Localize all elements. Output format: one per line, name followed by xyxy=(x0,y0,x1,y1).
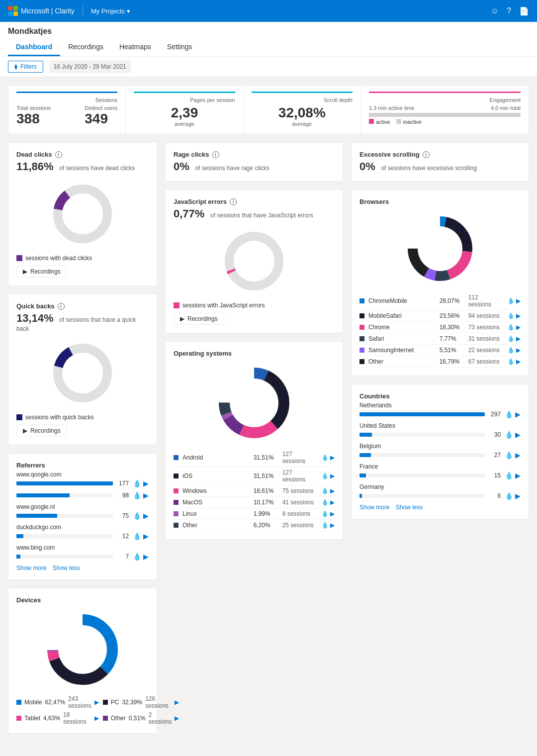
os-list: Android 31,51% 127 sessions 💧 ▶ iOS 31,5… xyxy=(174,449,335,531)
country-bar-row: 27 💧 ▶ xyxy=(359,451,521,459)
referrer-icons[interactable]: 💧 ▶ xyxy=(133,512,149,520)
tab-dashboard[interactable]: Dashboard xyxy=(8,39,60,56)
browser-icons[interactable]: 💧 ▶ xyxy=(507,324,521,331)
rage-clicks-card: Rage clicks i 0% of sessions have rage c… xyxy=(165,142,343,182)
active-time-label: 1,3 min active time xyxy=(369,105,415,111)
quick-backs-legend-label: sessions with quick backs xyxy=(25,414,93,421)
topbar: Microsoft | Clarity My Projects ▾ ☺ ? 📄 xyxy=(0,0,537,22)
stat-pages-per-session: Pages per session 2,39 average xyxy=(126,86,243,134)
filters-button[interactable]: ⧫ Filters xyxy=(8,61,43,73)
scroll-bar-indicator xyxy=(252,92,353,93)
referrers-show-more[interactable]: Show more xyxy=(16,565,47,571)
os-icons[interactable]: 💧 ▶ xyxy=(321,487,335,494)
engagement-legend: active inactive xyxy=(369,119,521,125)
referrers-show-less[interactable]: Show less xyxy=(53,565,80,571)
engagement-bar-indicator xyxy=(369,92,521,93)
os-donut xyxy=(174,363,335,443)
referrer-count: 98 xyxy=(117,492,129,499)
inactive-label: inactive xyxy=(403,119,422,125)
os-icons[interactable]: 💧 ▶ xyxy=(321,522,335,529)
device-icon[interactable]: ▶ xyxy=(94,715,99,722)
js-errors-donut xyxy=(174,226,335,296)
browser-item: Other 16,79% 67 sessions 💧 ▶ xyxy=(359,356,521,368)
country-bar-track xyxy=(359,453,485,457)
os-icons[interactable]: 💧 ▶ xyxy=(321,510,335,517)
countries-show-less[interactable]: Show less xyxy=(396,504,423,511)
js-errors-card: JavaScript errors i 0,77% of sessions th… xyxy=(165,189,343,333)
os-item: Windows 18,61% 75 sessions 💧 ▶ xyxy=(174,485,335,497)
engagement-label: Engagement xyxy=(369,97,521,103)
referrer-bar-row: 7 💧 ▶ xyxy=(16,553,149,561)
tab-heatmaps[interactable]: Heatmaps xyxy=(111,39,159,56)
referrer-icons[interactable]: 💧 ▶ xyxy=(133,491,149,499)
referrer-item: www.qoogle.com 177 💧 ▶ xyxy=(16,471,149,487)
tab-settings[interactable]: Settings xyxy=(159,39,200,56)
sessions-distinct-block: Distinct users 349 xyxy=(85,105,117,127)
country-icons[interactable]: 💧 ▶ xyxy=(505,451,521,459)
countries-show-more[interactable]: Show more xyxy=(359,504,390,511)
sessions-bar-indicator xyxy=(16,92,117,93)
excessive-scrolling-label: of sessions have excessive scrolling xyxy=(381,165,477,172)
browser-sessions: 73 sessions xyxy=(468,324,503,331)
country-bar-row: 6 💧 ▶ xyxy=(359,492,521,500)
browser-name: Safari xyxy=(368,335,436,342)
browser-item: Chrome 18,30% 73 sessions 💧 ▶ xyxy=(359,322,521,333)
browser-icons[interactable]: 💧 ▶ xyxy=(507,358,521,365)
help-icon[interactable]: ? xyxy=(507,6,511,15)
dead-clicks-legend-label: sessions with dead clicks xyxy=(25,255,92,262)
os-icons[interactable]: 💧 ▶ xyxy=(321,454,335,461)
dead-clicks-recordings-button[interactable]: ▶ Recordings xyxy=(16,266,67,278)
account-icon[interactable]: 📄 xyxy=(519,6,529,16)
browser-pct: 16,79% xyxy=(440,358,464,365)
country-item: Germany 6 💧 ▶ xyxy=(359,483,521,500)
browser-icons[interactable]: 💧 ▶ xyxy=(507,312,521,319)
topbar-right: ☺ ? 📄 xyxy=(491,6,529,16)
os-dot xyxy=(174,511,179,516)
os-icons[interactable]: 💧 ▶ xyxy=(321,472,335,479)
country-icons[interactable]: 💧 ▶ xyxy=(505,410,521,418)
os-icons[interactable]: 💧 ▶ xyxy=(321,499,335,506)
scroll-value: 32,08% xyxy=(252,105,353,121)
country-item: Netherlands 297 💧 ▶ xyxy=(359,402,521,418)
js-errors-pct-row: 0,77% of sessions that have JavaScript e… xyxy=(174,207,335,220)
js-errors-info-icon[interactable]: i xyxy=(230,198,237,205)
referrer-bar-row: 177 💧 ▶ xyxy=(16,479,149,487)
my-projects-button[interactable]: My Projects ▾ xyxy=(91,7,130,15)
quick-backs-recordings-button[interactable]: ▶ Recordings xyxy=(16,425,67,437)
browser-icons[interactable]: 💧 ▶ xyxy=(507,335,521,342)
country-count: 30 xyxy=(489,431,501,438)
dead-clicks-legend-row: sessions with dead clicks xyxy=(16,255,149,262)
quick-backs-info-icon[interactable]: i xyxy=(58,303,65,310)
browsers-title: Browsers xyxy=(359,198,521,205)
stat-engagement: Engagement 1,3 min active time 4,0 min t… xyxy=(361,86,529,134)
browser-icons[interactable]: 💧 ▶ xyxy=(507,347,521,354)
browser-item: SamsungInternet 5,51% 22 sessions 💧 ▶ xyxy=(359,345,521,356)
rage-clicks-info-icon[interactable]: i xyxy=(212,151,219,158)
referrer-bar-row: 75 💧 ▶ xyxy=(16,512,149,520)
smiley-icon[interactable]: ☺ xyxy=(491,6,499,15)
country-icons[interactable]: 💧 ▶ xyxy=(505,472,521,479)
device-icon[interactable]: ▶ xyxy=(94,699,99,706)
referrer-icons[interactable]: 💧 ▶ xyxy=(133,532,149,540)
js-errors-recordings-button[interactable]: ▶ Recordings xyxy=(174,313,224,325)
os-pct: 31,51% xyxy=(254,454,278,461)
subheader: Mondkatjes Dashboard Recordings Heatmaps… xyxy=(0,22,537,57)
browser-name: Other xyxy=(368,358,436,365)
recordings-icon: ▶ xyxy=(23,268,27,275)
os-pct: 31,51% xyxy=(254,472,278,479)
referrer-icons[interactable]: 💧 ▶ xyxy=(133,553,149,561)
referrer-bar-track xyxy=(16,493,113,497)
excessive-scrolling-info-icon[interactable]: i xyxy=(423,151,430,158)
country-icons[interactable]: 💧 ▶ xyxy=(505,492,521,500)
js-errors-pct: 0,77% xyxy=(174,207,204,220)
referrer-bar-row: 98 💧 ▶ xyxy=(16,491,149,499)
browser-icons[interactable]: 💧 ▶ xyxy=(507,297,521,304)
tab-recordings[interactable]: Recordings xyxy=(60,39,111,56)
country-bar-fill xyxy=(359,473,366,477)
referrer-icons[interactable]: 💧 ▶ xyxy=(133,479,149,487)
dead-clicks-info-icon[interactable]: i xyxy=(55,151,62,158)
referrer-bar-track xyxy=(16,481,113,485)
referrer-name: www.bing.com xyxy=(16,544,149,551)
os-dot xyxy=(174,488,179,493)
country-icons[interactable]: 💧 ▶ xyxy=(505,431,521,439)
